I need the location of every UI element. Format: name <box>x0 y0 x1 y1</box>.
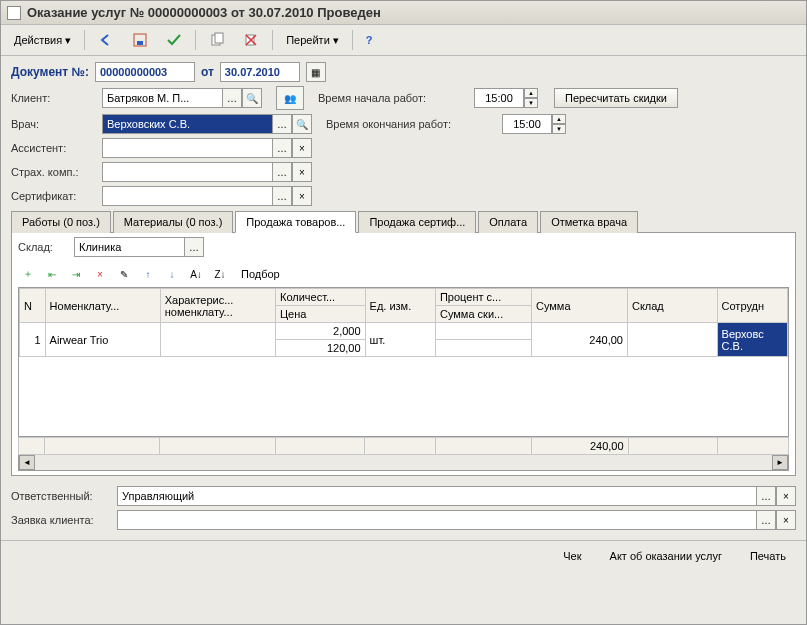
tab-materials[interactable]: Материалы (0 поз.) <box>113 211 234 233</box>
assistant-input[interactable] <box>102 138 272 158</box>
start-time-spinner[interactable]: ▲▼ <box>474 88 538 108</box>
selection-button[interactable]: Подбор <box>234 264 287 284</box>
sort-asc-button[interactable]: A↓ <box>186 264 206 284</box>
col-warehouse[interactable]: Склад <box>627 289 717 323</box>
cell-warehouse[interactable] <box>627 323 717 357</box>
certificate-clear-button[interactable]: × <box>292 186 312 206</box>
spin-up-icon[interactable]: ▲ <box>524 88 538 98</box>
help-button[interactable]: ? <box>359 30 380 50</box>
col-employee[interactable]: Сотрудн <box>717 289 787 323</box>
users-button[interactable]: 👥 <box>276 86 304 110</box>
copy-icon: ⇥ <box>72 269 80 280</box>
actions-menu[interactable]: Действия ▾ <box>7 30 78 51</box>
insurance-select-button[interactable] <box>272 162 292 182</box>
tab-cert-sale[interactable]: Продажа сертиф... <box>358 211 476 233</box>
insert-row-button[interactable]: ⇤ <box>42 264 62 284</box>
tab-payment[interactable]: Оплата <box>478 211 538 233</box>
assistant-clear-button[interactable]: × <box>292 138 312 158</box>
client-label: Клиент: <box>11 92 96 104</box>
close-icon: × <box>299 167 305 178</box>
save-button[interactable] <box>125 28 155 52</box>
horizontal-scrollbar[interactable]: ◄ ► <box>18 455 789 471</box>
doctor-search-button[interactable]: 🔍 <box>292 114 312 134</box>
responsible-input[interactable] <box>117 486 756 506</box>
responsible-clear-button[interactable]: × <box>776 486 796 506</box>
request-clear-button[interactable]: × <box>776 510 796 530</box>
delete-row-button[interactable]: × <box>90 264 110 284</box>
calendar-button[interactable]: ▦ <box>306 62 326 82</box>
cell-discount-sum[interactable] <box>435 340 531 357</box>
scroll-right-icon[interactable]: ► <box>772 455 788 470</box>
assistant-select-button[interactable] <box>272 138 292 158</box>
certificate-input[interactable] <box>102 186 272 206</box>
col-discount-pct[interactable]: Процент с... <box>435 289 531 306</box>
spin-down-icon[interactable]: ▼ <box>552 124 566 134</box>
col-discount-sum[interactable]: Сумма ски... <box>435 306 531 323</box>
insurance-clear-button[interactable]: × <box>292 162 312 182</box>
print-button[interactable]: Печать <box>740 547 796 565</box>
end-time-input[interactable] <box>502 114 552 134</box>
doctor-input[interactable] <box>102 114 272 134</box>
act-button[interactable]: Акт об оказании услуг <box>600 547 732 565</box>
certificate-select-button[interactable] <box>272 186 292 206</box>
cell-discount-pct[interactable] <box>435 323 531 340</box>
sort-desc-button[interactable]: Z↓ <box>210 264 230 284</box>
doctor-select-button[interactable] <box>272 114 292 134</box>
col-nomenclature[interactable]: Номенклату... <box>45 289 160 323</box>
col-price[interactable]: Цена <box>275 306 365 323</box>
goto-menu[interactable]: Перейти ▾ <box>279 30 346 51</box>
spin-down-icon[interactable]: ▼ <box>524 98 538 108</box>
col-quantity[interactable]: Количест... <box>275 289 365 306</box>
header-form: Документ №: от ▦ Клиент: 🔍 👥 Время начал… <box>1 56 806 480</box>
post-button[interactable] <box>159 28 189 52</box>
cell-n[interactable]: 1 <box>20 323 46 357</box>
col-n[interactable]: N <box>20 289 46 323</box>
svg-rect-1 <box>137 41 143 45</box>
arrow-left-icon <box>98 32 114 48</box>
client-input[interactable] <box>102 88 222 108</box>
warehouse-input[interactable] <box>74 237 184 257</box>
request-select-button[interactable] <box>756 510 776 530</box>
request-input[interactable] <box>117 510 756 530</box>
check-button[interactable]: Чек <box>553 547 591 565</box>
doc-number-input[interactable] <box>95 62 195 82</box>
grid-scroll[interactable]: N Номенклату... Характерис... номенклату… <box>18 287 789 437</box>
recalc-discounts-button[interactable]: Пересчитать скидки <box>554 88 678 108</box>
spin-up-icon[interactable]: ▲ <box>552 114 566 124</box>
cell-unit[interactable]: шт. <box>365 323 435 357</box>
tab-works[interactable]: Работы (0 поз.) <box>11 211 111 233</box>
titlebar: Оказание услуг № 00000000003 от 30.07.20… <box>1 1 806 25</box>
tab-doctor-mark[interactable]: Отметка врача <box>540 211 638 233</box>
tab-goods-sale[interactable]: Продажа товаров... <box>235 211 356 233</box>
scroll-left-icon[interactable]: ◄ <box>19 455 35 470</box>
copy-row-button[interactable]: ⇥ <box>66 264 86 284</box>
table-row[interactable]: 1 Airwear Trio 2,000 шт. 240,00 Верховс … <box>20 323 788 340</box>
edit-row-button[interactable]: ✎ <box>114 264 134 284</box>
cell-qty[interactable]: 2,000 <box>275 323 365 340</box>
separator <box>195 30 196 50</box>
insurance-input[interactable] <box>102 162 272 182</box>
move-up-button[interactable]: ↑ <box>138 264 158 284</box>
cell-nomenclature[interactable]: Airwear Trio <box>45 323 160 357</box>
start-time-input[interactable] <box>474 88 524 108</box>
add-row-button[interactable]: ＋ <box>18 264 38 284</box>
col-sum[interactable]: Сумма <box>531 289 627 323</box>
delete-button[interactable] <box>236 28 266 52</box>
client-search-button[interactable]: 🔍 <box>242 88 262 108</box>
cell-char[interactable] <box>160 323 275 357</box>
doc-date-input[interactable] <box>220 62 300 82</box>
responsible-select-button[interactable] <box>756 486 776 506</box>
col-unit[interactable]: Ед. изм. <box>365 289 435 323</box>
grid-toolbar: ＋ ⇤ ⇥ × ✎ ↑ ↓ A↓ Z↓ Подбор <box>18 261 789 287</box>
delete-icon: × <box>97 269 103 280</box>
cell-employee[interactable]: Верховс С.В. <box>717 323 787 357</box>
cell-price[interactable]: 120,00 <box>275 340 365 357</box>
end-time-spinner[interactable]: ▲▼ <box>502 114 566 134</box>
copy-button[interactable] <box>202 28 232 52</box>
col-characteristic[interactable]: Характерис... номенклату... <box>160 289 275 323</box>
client-select-button[interactable] <box>222 88 242 108</box>
back-button[interactable] <box>91 28 121 52</box>
warehouse-select-button[interactable] <box>184 237 204 257</box>
cell-sum[interactable]: 240,00 <box>531 323 627 357</box>
move-down-button[interactable]: ↓ <box>162 264 182 284</box>
